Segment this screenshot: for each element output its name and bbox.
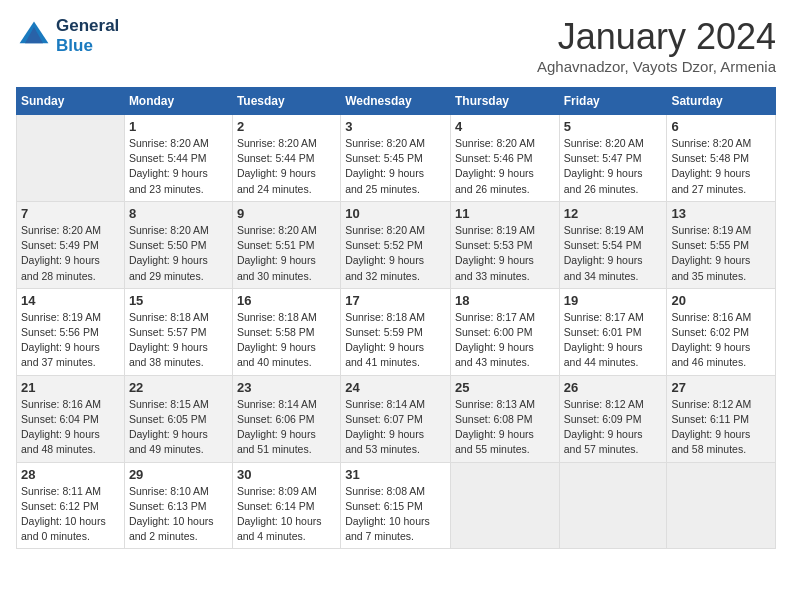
day-number: 13 [671,206,771,221]
day-info: Sunrise: 8:20 AM Sunset: 5:52 PM Dayligh… [345,223,446,284]
calendar-cell: 27Sunrise: 8:12 AM Sunset: 6:11 PM Dayli… [667,375,776,462]
day-number: 4 [455,119,555,134]
day-info: Sunrise: 8:16 AM Sunset: 6:04 PM Dayligh… [21,397,120,458]
day-number: 11 [455,206,555,221]
calendar-cell [559,462,667,549]
calendar-cell: 22Sunrise: 8:15 AM Sunset: 6:05 PM Dayli… [124,375,232,462]
calendar-cell: 11Sunrise: 8:19 AM Sunset: 5:53 PM Dayli… [450,201,559,288]
logo: General Blue [16,16,119,56]
calendar-cell: 15Sunrise: 8:18 AM Sunset: 5:57 PM Dayli… [124,288,232,375]
calendar-cell: 30Sunrise: 8:09 AM Sunset: 6:14 PM Dayli… [232,462,340,549]
day-number: 14 [21,293,120,308]
weekday-sunday: Sunday [17,88,125,115]
day-number: 2 [237,119,336,134]
day-number: 17 [345,293,446,308]
calendar-cell: 12Sunrise: 8:19 AM Sunset: 5:54 PM Dayli… [559,201,667,288]
title-block: January 2024 Aghavnadzor, Vayots Dzor, A… [537,16,776,75]
day-info: Sunrise: 8:20 AM Sunset: 5:48 PM Dayligh… [671,136,771,197]
calendar-cell: 19Sunrise: 8:17 AM Sunset: 6:01 PM Dayli… [559,288,667,375]
day-info: Sunrise: 8:17 AM Sunset: 6:01 PM Dayligh… [564,310,663,371]
day-info: Sunrise: 8:09 AM Sunset: 6:14 PM Dayligh… [237,484,336,545]
logo-text: General Blue [56,16,119,56]
day-number: 16 [237,293,336,308]
calendar-cell: 13Sunrise: 8:19 AM Sunset: 5:55 PM Dayli… [667,201,776,288]
day-number: 20 [671,293,771,308]
page-header: General Blue January 2024 Aghavnadzor, V… [16,16,776,75]
week-row-2: 7Sunrise: 8:20 AM Sunset: 5:49 PM Daylig… [17,201,776,288]
calendar-cell: 17Sunrise: 8:18 AM Sunset: 5:59 PM Dayli… [341,288,451,375]
day-info: Sunrise: 8:15 AM Sunset: 6:05 PM Dayligh… [129,397,228,458]
calendar-cell: 5Sunrise: 8:20 AM Sunset: 5:47 PM Daylig… [559,115,667,202]
day-info: Sunrise: 8:18 AM Sunset: 5:57 PM Dayligh… [129,310,228,371]
day-number: 27 [671,380,771,395]
weekday-friday: Friday [559,88,667,115]
logo-icon [16,18,52,54]
day-number: 7 [21,206,120,221]
week-row-1: 1Sunrise: 8:20 AM Sunset: 5:44 PM Daylig… [17,115,776,202]
calendar-cell: 24Sunrise: 8:14 AM Sunset: 6:07 PM Dayli… [341,375,451,462]
day-number: 15 [129,293,228,308]
week-row-4: 21Sunrise: 8:16 AM Sunset: 6:04 PM Dayli… [17,375,776,462]
calendar-cell: 25Sunrise: 8:13 AM Sunset: 6:08 PM Dayli… [450,375,559,462]
calendar-cell: 2Sunrise: 8:20 AM Sunset: 5:44 PM Daylig… [232,115,340,202]
calendar-cell [667,462,776,549]
calendar-cell: 26Sunrise: 8:12 AM Sunset: 6:09 PM Dayli… [559,375,667,462]
calendar-cell [17,115,125,202]
day-number: 10 [345,206,446,221]
day-number: 18 [455,293,555,308]
calendar-cell: 29Sunrise: 8:10 AM Sunset: 6:13 PM Dayli… [124,462,232,549]
day-info: Sunrise: 8:19 AM Sunset: 5:53 PM Dayligh… [455,223,555,284]
day-info: Sunrise: 8:11 AM Sunset: 6:12 PM Dayligh… [21,484,120,545]
day-info: Sunrise: 8:20 AM Sunset: 5:51 PM Dayligh… [237,223,336,284]
calendar-cell: 14Sunrise: 8:19 AM Sunset: 5:56 PM Dayli… [17,288,125,375]
day-number: 31 [345,467,446,482]
weekday-thursday: Thursday [450,88,559,115]
calendar-cell: 18Sunrise: 8:17 AM Sunset: 6:00 PM Dayli… [450,288,559,375]
day-number: 26 [564,380,663,395]
day-info: Sunrise: 8:20 AM Sunset: 5:44 PM Dayligh… [129,136,228,197]
calendar-cell: 7Sunrise: 8:20 AM Sunset: 5:49 PM Daylig… [17,201,125,288]
calendar-cell: 28Sunrise: 8:11 AM Sunset: 6:12 PM Dayli… [17,462,125,549]
day-info: Sunrise: 8:14 AM Sunset: 6:06 PM Dayligh… [237,397,336,458]
calendar-cell: 23Sunrise: 8:14 AM Sunset: 6:06 PM Dayli… [232,375,340,462]
weekday-header-row: SundayMondayTuesdayWednesdayThursdayFrid… [17,88,776,115]
day-info: Sunrise: 8:12 AM Sunset: 6:11 PM Dayligh… [671,397,771,458]
day-number: 25 [455,380,555,395]
day-number: 6 [671,119,771,134]
weekday-saturday: Saturday [667,88,776,115]
day-info: Sunrise: 8:20 AM Sunset: 5:46 PM Dayligh… [455,136,555,197]
weekday-wednesday: Wednesday [341,88,451,115]
calendar-cell: 31Sunrise: 8:08 AM Sunset: 6:15 PM Dayli… [341,462,451,549]
day-info: Sunrise: 8:13 AM Sunset: 6:08 PM Dayligh… [455,397,555,458]
calendar-cell: 8Sunrise: 8:20 AM Sunset: 5:50 PM Daylig… [124,201,232,288]
day-info: Sunrise: 8:19 AM Sunset: 5:55 PM Dayligh… [671,223,771,284]
day-info: Sunrise: 8:14 AM Sunset: 6:07 PM Dayligh… [345,397,446,458]
calendar-cell: 3Sunrise: 8:20 AM Sunset: 5:45 PM Daylig… [341,115,451,202]
day-info: Sunrise: 8:16 AM Sunset: 6:02 PM Dayligh… [671,310,771,371]
day-info: Sunrise: 8:19 AM Sunset: 5:54 PM Dayligh… [564,223,663,284]
calendar-cell: 10Sunrise: 8:20 AM Sunset: 5:52 PM Dayli… [341,201,451,288]
day-number: 3 [345,119,446,134]
day-number: 29 [129,467,228,482]
day-info: Sunrise: 8:20 AM Sunset: 5:50 PM Dayligh… [129,223,228,284]
calendar-table: SundayMondayTuesdayWednesdayThursdayFrid… [16,87,776,549]
day-info: Sunrise: 8:20 AM Sunset: 5:44 PM Dayligh… [237,136,336,197]
day-info: Sunrise: 8:18 AM Sunset: 5:59 PM Dayligh… [345,310,446,371]
day-info: Sunrise: 8:20 AM Sunset: 5:45 PM Dayligh… [345,136,446,197]
week-row-5: 28Sunrise: 8:11 AM Sunset: 6:12 PM Dayli… [17,462,776,549]
calendar-cell [450,462,559,549]
day-info: Sunrise: 8:19 AM Sunset: 5:56 PM Dayligh… [21,310,120,371]
day-info: Sunrise: 8:20 AM Sunset: 5:49 PM Dayligh… [21,223,120,284]
day-info: Sunrise: 8:20 AM Sunset: 5:47 PM Dayligh… [564,136,663,197]
calendar-body: 1Sunrise: 8:20 AM Sunset: 5:44 PM Daylig… [17,115,776,549]
day-number: 24 [345,380,446,395]
weekday-monday: Monday [124,88,232,115]
day-info: Sunrise: 8:12 AM Sunset: 6:09 PM Dayligh… [564,397,663,458]
day-number: 22 [129,380,228,395]
calendar-cell: 20Sunrise: 8:16 AM Sunset: 6:02 PM Dayli… [667,288,776,375]
week-row-3: 14Sunrise: 8:19 AM Sunset: 5:56 PM Dayli… [17,288,776,375]
day-number: 1 [129,119,228,134]
day-info: Sunrise: 8:18 AM Sunset: 5:58 PM Dayligh… [237,310,336,371]
location-subtitle: Aghavnadzor, Vayots Dzor, Armenia [537,58,776,75]
day-number: 19 [564,293,663,308]
